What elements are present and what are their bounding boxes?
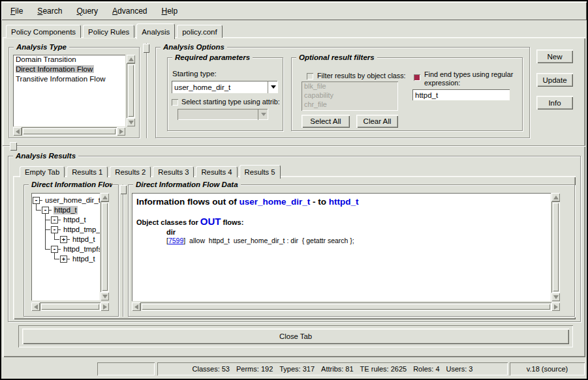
flow-tree-hscrollbar[interactable] bbox=[31, 302, 109, 311]
menu-help[interactable]: Help bbox=[159, 5, 180, 17]
pane-sash-handle[interactable] bbox=[10, 142, 17, 151]
info-button[interactable]: Info bbox=[536, 96, 573, 110]
tree-node-httpd-t[interactable]: +httpd_t bbox=[60, 254, 96, 264]
scroll-left-button[interactable] bbox=[132, 302, 140, 311]
tab-results-4[interactable]: Results 4 bbox=[196, 166, 237, 177]
scroll-down-button[interactable] bbox=[101, 292, 109, 300]
tree-node-httpd-t-selected[interactable]: -httpd_t bbox=[42, 205, 78, 215]
update-button[interactable]: Update bbox=[536, 73, 573, 87]
stat-types: Types: 317 bbox=[279, 365, 315, 373]
analysis-type-vscrollbar[interactable] bbox=[127, 55, 135, 126]
scroll-up-button[interactable] bbox=[101, 193, 109, 201]
flow-data-text[interactable]: Information flows out of user_home_dir_t… bbox=[132, 193, 551, 301]
scrollbar-thumb[interactable] bbox=[23, 128, 116, 134]
scroll-right-button[interactable] bbox=[551, 302, 560, 311]
menu-file[interactable]: File bbox=[8, 5, 25, 17]
object-class-filter-label[interactable]: Filter results by object class: bbox=[317, 72, 406, 80]
starting-type-combobox[interactable]: user_home_dir_t bbox=[172, 81, 278, 93]
tree-node-label[interactable]: httpd_tmpfs_t bbox=[63, 245, 100, 254]
select-all-button[interactable]: Select All bbox=[302, 115, 350, 128]
object-class-label: capability bbox=[304, 91, 333, 99]
tree-expander[interactable]: - bbox=[51, 226, 58, 233]
scrollbar-track[interactable] bbox=[551, 201, 560, 293]
tree-expander[interactable]: - bbox=[42, 207, 49, 214]
regex-input[interactable] bbox=[412, 89, 510, 100]
analysis-type-list[interactable]: Domain Transition Direct Information Flo… bbox=[13, 55, 125, 126]
scroll-down-button[interactable] bbox=[127, 118, 135, 126]
tab-results-1[interactable]: Results 1 bbox=[67, 166, 108, 177]
scrollbar-track[interactable] bbox=[40, 302, 101, 311]
scrollbar-track[interactable] bbox=[101, 201, 109, 292]
close-tab-button[interactable]: Close Tab bbox=[22, 329, 569, 344]
attrib-checkbox[interactable] bbox=[172, 99, 178, 106]
tab-label: Policy Rules bbox=[88, 28, 129, 36]
scroll-up-button[interactable] bbox=[551, 193, 560, 201]
tree-node-httpd-tmp-t[interactable]: -httpd_tmp_t bbox=[51, 225, 100, 235]
scrollbar-track[interactable] bbox=[140, 302, 551, 311]
flow-tree[interactable]: -user_home_dir_t -httpd_t -httpd_t -http… bbox=[31, 193, 100, 300]
tab-results-2[interactable]: Results 2 bbox=[110, 166, 151, 177]
tree-node-httpd-tmpfs-t[interactable]: -httpd_tmpfs_t bbox=[51, 244, 100, 254]
regex-checkbox-label[interactable]: Find end types using regular expression: bbox=[424, 70, 522, 87]
scrollbar-thumb[interactable] bbox=[142, 304, 550, 310]
pane-sash-handle[interactable] bbox=[143, 44, 149, 53]
tree-node-label[interactable]: httpd_t bbox=[54, 206, 78, 214]
tab-results-5[interactable]: Results 5 bbox=[240, 165, 281, 179]
menu-advanced[interactable]: Advanced bbox=[110, 5, 149, 17]
menu-query[interactable]: Query bbox=[74, 5, 101, 17]
scroll-left-button[interactable] bbox=[13, 127, 22, 136]
tree-expander[interactable]: + bbox=[60, 236, 67, 243]
tab-policy-conf[interactable]: policy.conf bbox=[177, 25, 222, 38]
object-class-filter-checkbox[interactable] bbox=[307, 73, 313, 80]
scroll-left-button[interactable] bbox=[31, 302, 40, 311]
tree-expander[interactable]: - bbox=[51, 246, 58, 253]
tab-empty-tab[interactable]: Empty Tab bbox=[20, 166, 65, 177]
tree-node-user-home-dir-t[interactable]: -user_home_dir_t bbox=[33, 196, 100, 205]
attrib-checkbox-label[interactable]: Select starting type using attrib: bbox=[181, 98, 280, 106]
flow-data-hscrollbar[interactable] bbox=[132, 302, 560, 311]
scrollbar-thumb[interactable] bbox=[102, 203, 108, 291]
regex-checkbox[interactable] bbox=[414, 74, 420, 81]
list-item-transitive-information-flow[interactable]: Transitive Information Flow bbox=[13, 74, 125, 84]
tab-policy-rules[interactable]: Policy Rules bbox=[83, 25, 134, 38]
object-class-item: chr_file bbox=[302, 100, 398, 109]
list-item-domain-transition[interactable]: Domain Transition bbox=[13, 55, 125, 65]
tab-results-3[interactable]: Results 3 bbox=[153, 166, 194, 177]
analysis-type-hscrollbar[interactable] bbox=[13, 127, 125, 136]
scroll-down-button[interactable] bbox=[551, 293, 560, 301]
flow-tree-vscrollbar[interactable] bbox=[101, 193, 109, 300]
scrollbar-thumb[interactable] bbox=[128, 65, 134, 117]
status-version: v.18 (source) bbox=[510, 362, 585, 375]
tree-expander[interactable]: - bbox=[33, 197, 40, 204]
tree-node-label[interactable]: httpd_t bbox=[72, 255, 96, 263]
pane-divider bbox=[146, 43, 147, 138]
tab-label: Results 4 bbox=[201, 168, 232, 176]
tab-policy-components[interactable]: Policy Components bbox=[6, 25, 81, 38]
tree-node-label[interactable]: httpd_tmp_t bbox=[63, 226, 100, 234]
scrollbar-track[interactable] bbox=[127, 63, 135, 118]
scroll-right-button[interactable] bbox=[117, 127, 125, 136]
rule-number-link[interactable]: 7599 bbox=[168, 237, 183, 244]
tree-node-httpd-t[interactable]: -httpd_t bbox=[51, 215, 87, 225]
pane-sash-handle[interactable] bbox=[120, 185, 127, 194]
scroll-up-button[interactable] bbox=[127, 55, 135, 63]
list-item-direct-information-flow[interactable]: Direct Information Flow bbox=[13, 65, 125, 74]
scrollbar-thumb[interactable] bbox=[553, 203, 559, 291]
tree-expander[interactable]: - bbox=[51, 216, 58, 224]
clear-all-button[interactable]: Clear All bbox=[356, 115, 398, 128]
tree-node-label[interactable]: httpd_t bbox=[72, 235, 96, 244]
tree-node-label[interactable]: user_home_dir_t bbox=[44, 196, 100, 205]
new-button[interactable]: New bbox=[536, 50, 573, 63]
scroll-down-icon bbox=[102, 295, 108, 299]
tree-expander[interactable]: + bbox=[60, 256, 67, 263]
flow-data-vscrollbar[interactable] bbox=[551, 193, 560, 301]
tree-node-label[interactable]: httpd_t bbox=[63, 216, 87, 224]
tab-analysis[interactable]: Analysis bbox=[136, 23, 175, 39]
scrollbar-thumb[interactable] bbox=[41, 304, 99, 310]
scrollbar-track[interactable] bbox=[22, 127, 117, 136]
button-label: Close Tab bbox=[279, 332, 312, 340]
menu-search[interactable]: Search bbox=[35, 5, 65, 17]
combobox-dropdown-button[interactable] bbox=[268, 81, 278, 93]
scroll-right-button[interactable] bbox=[101, 302, 109, 311]
tree-node-httpd-t[interactable]: +httpd_t bbox=[60, 235, 96, 244]
